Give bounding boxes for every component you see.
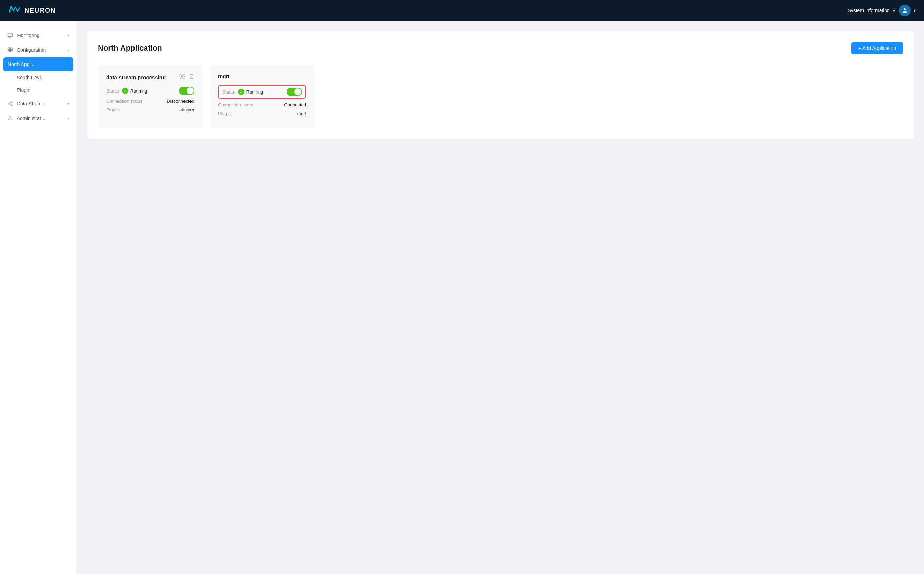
- svg-point-10: [181, 76, 183, 77]
- app-card-mqtt: mqtt Status ✓ Running Conne: [210, 65, 315, 128]
- plugin-row-ds: Plugin: ekuiper: [106, 107, 194, 112]
- svg-point-8: [11, 105, 12, 106]
- system-info-chevron-icon: [892, 8, 896, 13]
- user-menu-chevron-icon[interactable]: ▾: [913, 8, 916, 13]
- cards-container: data-stream-processing Status: [98, 65, 903, 128]
- sidebar-item-south-devi[interactable]: South Devi...: [0, 71, 76, 84]
- sidebar-item-configuration[interactable]: Configuration ▴: [0, 43, 76, 57]
- toggle-mqtt[interactable]: [286, 88, 302, 96]
- app-card-data-stream-processing: data-stream-processing Status: [98, 65, 203, 128]
- data-stream-chevron-icon: ▾: [68, 102, 70, 106]
- connection-label-ds: Connection status: [106, 98, 142, 104]
- status-value-mqtt: Running: [246, 89, 263, 95]
- monitoring-chevron-icon: ▾: [68, 33, 70, 38]
- status-icon-mqtt: ✓: [238, 89, 244, 95]
- status-row-mqtt-highlighted: Status ✓ Running: [218, 85, 306, 99]
- administration-icon: [7, 115, 13, 121]
- logo: NEURON: [8, 4, 56, 17]
- settings-icon[interactable]: [179, 73, 185, 81]
- plugin-label-mqtt: Plugin:: [218, 111, 232, 116]
- status-label-ds: Status: [106, 88, 119, 93]
- user-avatar[interactable]: [899, 5, 911, 16]
- status-badge-ds: ✓ Running: [122, 88, 147, 94]
- content-card: North Application + Add Application data…: [87, 32, 913, 139]
- svg-point-0: [904, 8, 906, 11]
- connection-row-mqtt: Connection status Connected: [218, 102, 306, 107]
- card-actions-data-stream: [179, 73, 194, 81]
- system-info-button[interactable]: System Information: [848, 8, 896, 13]
- page-header: North Application + Add Application: [98, 42, 903, 54]
- plugin-value-ds: ekuiper: [179, 107, 194, 112]
- sidebar-item-monitoring[interactable]: Monitoring ▾: [0, 28, 76, 43]
- plugin-value-mqtt: mqtt: [297, 111, 306, 116]
- administration-chevron-icon: ▾: [68, 116, 70, 121]
- configuration-icon: [7, 47, 13, 53]
- page-title: North Application: [98, 44, 162, 53]
- connection-value-mqtt: Connected: [284, 102, 306, 107]
- add-application-button[interactable]: + Add Application: [851, 42, 903, 54]
- card-header-data-stream: data-stream-processing: [106, 73, 194, 81]
- card-title-mqtt: mqtt: [218, 73, 229, 79]
- status-left: Status ✓ Running: [106, 88, 147, 94]
- svg-rect-5: [11, 50, 12, 52]
- svg-point-7: [11, 102, 12, 102]
- main-layout: Monitoring ▾ Configuration ▴ North Appli…: [0, 21, 924, 574]
- svg-rect-4: [8, 50, 10, 52]
- configuration-chevron-icon: ▴: [68, 48, 70, 52]
- status-left-mqtt: Status ✓ Running: [222, 89, 263, 95]
- card-header-mqtt: mqtt: [218, 73, 306, 79]
- app-header: NEURON System Information ▾: [0, 0, 924, 21]
- status-label-mqtt: Status: [222, 89, 235, 95]
- monitoring-label: Monitoring: [17, 33, 64, 38]
- header-right: System Information ▾: [848, 5, 916, 16]
- administration-label: Administrat...: [17, 115, 64, 121]
- data-stream-icon: [7, 101, 13, 107]
- delete-icon[interactable]: [189, 73, 194, 81]
- north-appli-label: North Appli...: [8, 62, 69, 67]
- svg-rect-1: [8, 33, 12, 36]
- connection-value-ds: Disconnected: [167, 98, 194, 104]
- sidebar-item-data-stream[interactable]: Data Strea... ▾: [0, 96, 76, 111]
- plugin-row-mqtt: Plugin: mqtt: [218, 111, 306, 116]
- status-badge-mqtt: ✓ Running: [238, 89, 263, 95]
- sidebar-item-administration[interactable]: Administrat... ▾: [0, 111, 76, 126]
- toggle-data-stream[interactable]: [179, 87, 194, 95]
- card-title-data-stream: data-stream-processing: [106, 74, 166, 80]
- svg-rect-3: [11, 48, 12, 50]
- svg-point-9: [9, 117, 11, 118]
- status-icon-ds: ✓: [122, 88, 128, 94]
- svg-rect-2: [8, 48, 10, 50]
- system-info-label: System Information: [848, 8, 890, 13]
- status-value-ds: Running: [130, 88, 147, 93]
- main-content: North Application + Add Application data…: [77, 21, 924, 574]
- data-stream-label: Data Strea...: [17, 101, 64, 107]
- monitoring-icon: [7, 32, 13, 38]
- sidebar-item-plugin[interactable]: Plugin: [0, 84, 76, 96]
- status-row-data-stream: Status ✓ Running: [106, 87, 194, 95]
- configuration-label: Configuration: [17, 47, 64, 53]
- plugin-label: Plugin: [17, 87, 30, 93]
- plugin-label-ds: Plugin:: [106, 107, 120, 112]
- south-devi-label: South Devi...: [17, 75, 45, 80]
- svg-point-6: [8, 103, 9, 104]
- connection-label-mqtt: Connection status: [218, 102, 255, 107]
- connection-row-ds: Connection status Disconnected: [106, 98, 194, 104]
- sidebar: Monitoring ▾ Configuration ▴ North Appli…: [0, 21, 77, 574]
- logo-text: NEURON: [24, 7, 56, 14]
- logo-icon: [8, 4, 21, 17]
- sidebar-item-north-appli[interactable]: North Appli...: [3, 57, 73, 71]
